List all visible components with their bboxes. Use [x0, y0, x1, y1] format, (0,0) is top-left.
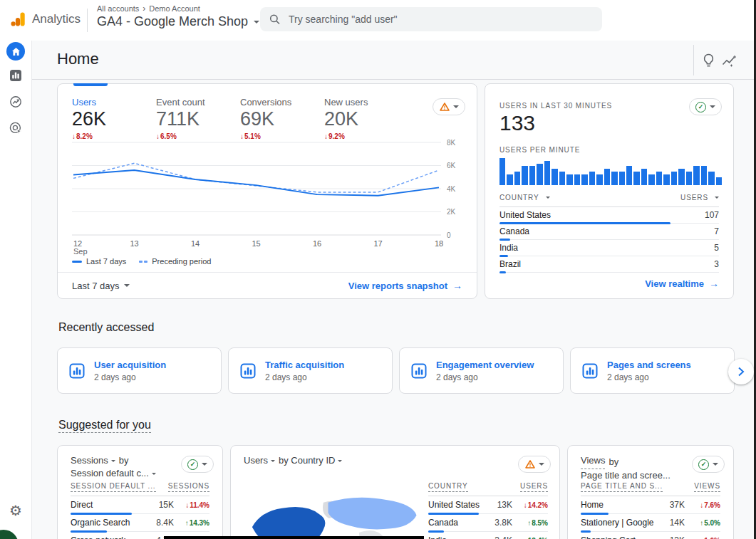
row-value: 15K: [145, 500, 174, 510]
row-name: Home: [581, 500, 656, 510]
row-bar: [581, 513, 609, 515]
breadcrumb-demo-account[interactable]: Demo Account: [149, 4, 200, 13]
report-icon: [582, 363, 598, 379]
carousel-next-button[interactable]: [728, 359, 754, 384]
users-last-30-min-value: 133: [499, 111, 535, 135]
row-bar: [428, 513, 479, 515]
minute-bar: [693, 166, 699, 185]
metric-dropdown[interactable]: Users: [244, 454, 268, 467]
svg-text:Sep: Sep: [73, 247, 88, 256]
report-icon: [69, 363, 85, 379]
metric-users[interactable]: Users 26K 8.2%: [72, 97, 156, 140]
minute-bar: [619, 172, 625, 185]
lightbulb-icon: [702, 53, 715, 68]
metric-label: Users: [72, 97, 156, 108]
dimension-dropdown[interactable]: Session default c...: [71, 467, 149, 480]
property-name: GA4 - Google Merch Shop: [97, 14, 248, 29]
row-name: United States: [428, 500, 484, 510]
metric-new-users[interactable]: New users 20K 9.2%: [324, 97, 408, 140]
data-quality-ok-button[interactable]: ✓: [689, 98, 722, 115]
active-metric-tab-indicator: [73, 83, 108, 86]
row-delta: 1.6%: [685, 537, 720, 539]
metric-dropdown[interactable]: Sessions: [71, 454, 108, 467]
row-name: Shopping Cart: [581, 535, 656, 539]
minute-bar: [708, 172, 714, 185]
recent-card-user-acquisition[interactable]: User acquisition 2 days ago: [57, 347, 222, 394]
data-quality-ok-button[interactable]: ✓: [181, 456, 214, 473]
column-country[interactable]: COUNTRY: [428, 482, 468, 492]
sidebar-item-reports[interactable]: [0, 70, 31, 81]
svg-text:17: 17: [373, 239, 382, 248]
insights-lightbulb-button[interactable]: [702, 53, 715, 68]
column-views[interactable]: VIEWS: [694, 482, 720, 492]
sidebar-item-home[interactable]: [0, 42, 31, 61]
data-quality-warning-button[interactable]: [433, 98, 465, 115]
date-range-selector[interactable]: Last 7 days: [72, 281, 130, 291]
recent-card-traffic-acquisition[interactable]: Traffic acquisition 2 days ago: [228, 347, 393, 394]
sidebar-item-advertising[interactable]: [0, 122, 31, 135]
svg-text:18: 18: [435, 239, 443, 248]
users-per-minute-label: USERS PER MINUTE: [499, 146, 580, 154]
account-switcher: All accounts › Demo Account GA4 - Google…: [97, 4, 259, 29]
recent-card-pages-and-screens[interactable]: Pages and screens 2 days ago: [570, 347, 735, 394]
row-value: 3.4K: [484, 535, 512, 539]
recently-accessed-title: Recently accessed: [58, 321, 154, 334]
dimension-dropdown[interactable]: by Country ID: [279, 454, 335, 467]
metric-conversions[interactable]: Conversions 69K 5.1%: [240, 97, 324, 140]
realtime-title: USERS IN LAST 30 MINUTES: [499, 102, 612, 110]
analytics-brand[interactable]: Analytics: [10, 11, 81, 27]
breadcrumb-all-accounts[interactable]: All accounts: [97, 4, 139, 13]
column-dimension[interactable]: SESSION DEFAULT ...: [71, 482, 156, 492]
metric-value: 711K: [156, 108, 240, 130]
metric-dropdown[interactable]: Views: [581, 454, 605, 469]
property-selector[interactable]: GA4 - Google Merch Shop: [97, 14, 259, 29]
home-active-indicator: [6, 42, 25, 61]
dimension-dropdown[interactable]: Page title and scree...: [581, 469, 670, 482]
minute-bar: [522, 166, 527, 185]
sidebar-item-explore[interactable]: [0, 95, 31, 108]
svg-text:4K: 4K: [447, 185, 456, 193]
analytics-intelligence-button[interactable]: [722, 55, 737, 67]
column-users[interactable]: USERS: [680, 194, 719, 202]
table-header: COUNTRY USERS: [499, 191, 719, 207]
card-title: Users by Country ID: [244, 454, 342, 467]
country-users: 7: [714, 226, 719, 236]
svg-text:6K: 6K: [447, 162, 456, 169]
view-reports-snapshot-link[interactable]: View reports snapshot: [348, 280, 462, 291]
sort-caret-icon: [715, 197, 719, 199]
svg-text:13: 13: [130, 239, 138, 248]
left-nav: ⚙: [0, 41, 32, 539]
search-bar[interactable]: [260, 7, 602, 31]
topbar-divider: [87, 9, 88, 32]
chevron-down-icon: [539, 463, 544, 466]
minute-bar: [507, 174, 512, 185]
column-metric[interactable]: SESSIONS: [168, 482, 209, 492]
warning-triangle-icon: [440, 103, 450, 111]
column-country[interactable]: COUNTRY: [499, 194, 550, 202]
search-icon: [269, 14, 280, 25]
page-title: Home: [57, 50, 99, 68]
row-name: Cross-network: [71, 535, 145, 539]
data-quality-warning-button[interactable]: [518, 456, 551, 473]
ga4-home-screen: Analytics All accounts › Demo Account GA…: [0, 0, 756, 539]
view-realtime-link[interactable]: View realtime: [645, 278, 719, 289]
minute-bar: [574, 174, 580, 185]
data-quality-ok-button[interactable]: ✓: [692, 456, 725, 473]
row-delta: 14.2%: [512, 501, 548, 509]
column-page-title[interactable]: PAGE TITLE AND S...: [581, 482, 663, 492]
suggested-card-users-by-country: Users by Country ID: [230, 445, 560, 539]
recent-card-engagement-overview[interactable]: Engagement overview 2 days ago: [399, 347, 564, 394]
column-users[interactable]: USERS: [520, 482, 548, 492]
recently-accessed-row: User acquisition 2 days ago Traffic acqu…: [57, 347, 735, 394]
recent-card-time: 2 days ago: [436, 372, 534, 382]
home-icon: [11, 47, 21, 56]
minute-bar: [604, 169, 610, 185]
search-input[interactable]: [287, 13, 593, 26]
metric-event-count[interactable]: Event count 711K 6.5%: [156, 97, 240, 140]
sidebar-item-admin[interactable]: ⚙: [0, 503, 31, 518]
minute-bar: [499, 158, 505, 185]
country-users: 5: [714, 243, 719, 253]
row-value: 3.8K: [484, 518, 512, 528]
country-users: 3: [714, 259, 719, 269]
row-value: 13K: [484, 500, 512, 510]
